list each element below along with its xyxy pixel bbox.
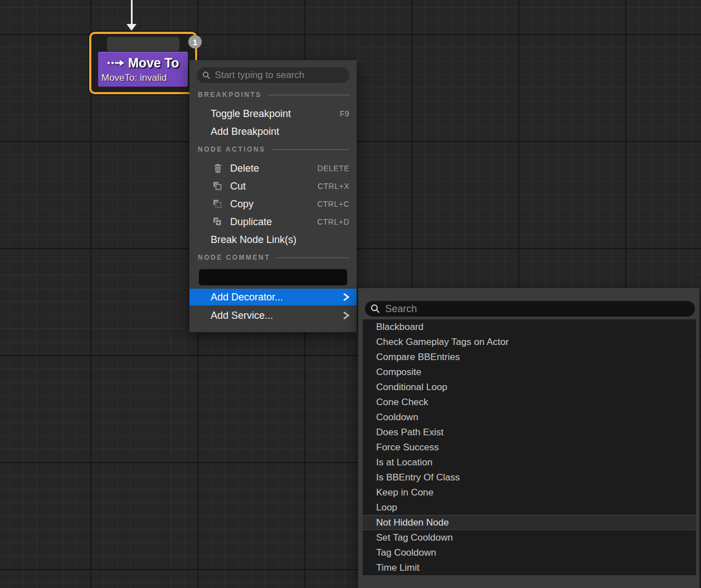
decorator-item[interactable]: Blackboard: [363, 319, 696, 334]
cut-icon: [213, 182, 222, 191]
decorator-item[interactable]: Compare BBEntries: [363, 349, 696, 365]
chevron-right-icon: [342, 311, 350, 320]
decorator-item[interactable]: Does Path Exist: [363, 425, 696, 440]
section-header-node-actions: NODE ACTIONS: [198, 145, 349, 154]
graph-canvas[interactable]: Move To MoveTo: invalid 1 BREAKPOINTS To…: [0, 0, 701, 588]
add-decorator-submenu: Blackboard Check Gameplay Tags on Actor …: [358, 288, 699, 588]
decorator-item[interactable]: Set Tag Cooldown: [363, 530, 696, 545]
menu-item-add-service[interactable]: Add Service...: [189, 307, 357, 324]
menu-item-duplicate[interactable]: Duplicate CTRL+D: [189, 213, 357, 231]
decorator-search-input[interactable]: [385, 303, 689, 315]
decorator-list: Blackboard Check Gameplay Tags on Actor …: [363, 319, 696, 575]
node-subtitle: MoveTo: invalid: [98, 72, 188, 84]
decorator-item[interactable]: Force Success: [363, 440, 696, 455]
decorator-item[interactable]: Is BBEntry Of Class: [363, 470, 696, 485]
decorator-item[interactable]: Is at Location: [363, 455, 696, 470]
menu-item-add-breakpoint[interactable]: Add Breakpoint: [189, 123, 357, 140]
menu-item-toggle-breakpoint[interactable]: Toggle Breakpoint F9: [189, 105, 357, 123]
menu-item-add-decorator[interactable]: Add Decorator...: [189, 289, 357, 305]
menu-item-delete[interactable]: Delete DELETE: [189, 159, 357, 177]
node-context-menu: BREAKPOINTS Toggle Breakpoint F9 Add Bre…: [189, 60, 357, 332]
menu-item-cut[interactable]: Cut CTRL+X: [189, 177, 357, 195]
chevron-right-icon: [342, 293, 350, 302]
node-comment-input[interactable]: [199, 269, 347, 285]
decorator-item[interactable]: Cooldown: [363, 410, 696, 425]
search-icon: [371, 304, 380, 314]
menu-item-break-node-links[interactable]: Break Node Link(s): [189, 231, 357, 249]
decorator-item[interactable]: Cone Check: [363, 395, 696, 410]
trash-icon: [213, 164, 222, 173]
move-to-node-body[interactable]: Move To MoveTo: invalid: [98, 52, 188, 87]
decorator-search[interactable]: [365, 301, 695, 317]
context-menu-search[interactable]: [197, 67, 349, 83]
decorator-item[interactable]: Check Gameplay Tags on Actor: [363, 334, 696, 349]
decorator-item[interactable]: Composite: [363, 365, 696, 380]
move-to-task-icon: [107, 59, 125, 67]
node-index-badge: 1: [188, 35, 202, 48]
node-title: Move To: [128, 56, 179, 71]
execution-wire: [131, 0, 133, 25]
menu-item-copy[interactable]: Copy CTRL+C: [189, 195, 357, 213]
move-to-node[interactable]: Move To MoveTo: invalid: [89, 32, 197, 94]
decorator-item[interactable]: Tag Cooldown: [363, 545, 696, 560]
duplicate-icon: [213, 217, 222, 227]
decorator-item-hovered[interactable]: Not Hidden Node: [363, 515, 696, 530]
execution-arrow-icon: [126, 24, 137, 31]
decorator-item[interactable]: Time Limit: [363, 560, 696, 575]
section-header-node-comment: NODE COMMENT: [198, 253, 349, 262]
decorator-item[interactable]: Keep in Cone: [363, 485, 696, 500]
decorator-item[interactable]: Loop: [363, 500, 696, 515]
node-name-plate: [107, 37, 179, 51]
decorator-item[interactable]: Conditional Loop: [363, 380, 696, 395]
copy-icon: [213, 200, 222, 209]
context-menu-search-input[interactable]: [215, 70, 344, 81]
search-icon: [202, 71, 211, 80]
section-header-breakpoints: BREAKPOINTS: [198, 90, 349, 99]
